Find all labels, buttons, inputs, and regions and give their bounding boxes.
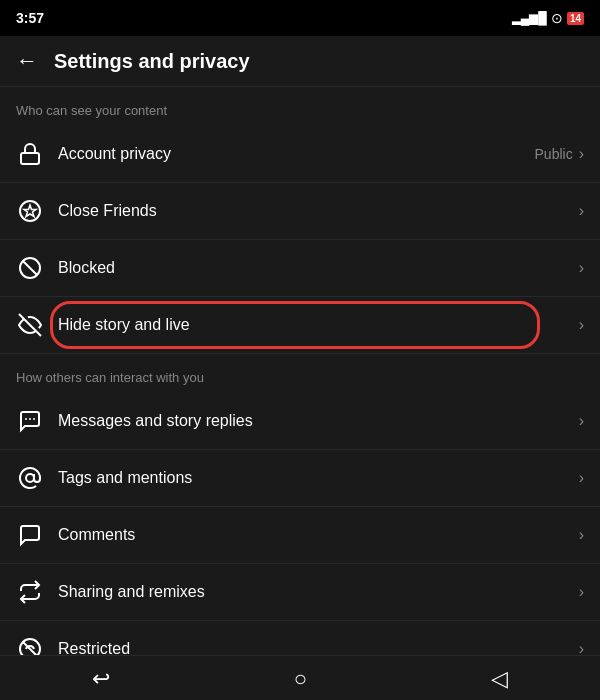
comments-label: Comments (58, 526, 579, 544)
account-privacy-label: Account privacy (58, 145, 535, 163)
menu-item-restricted[interactable]: Restricted › (0, 621, 600, 655)
chevron-icon: › (579, 640, 584, 655)
nav-recents-icon[interactable]: ◁ (491, 666, 508, 692)
chevron-icon: › (579, 202, 584, 220)
signal-icon: ▂▄▆█ (512, 11, 547, 25)
back-button[interactable]: ← (16, 48, 38, 74)
comment-icon (16, 521, 44, 549)
chevron-icon: › (579, 316, 584, 334)
status-icons: ▂▄▆█ ⊙ 14 (512, 10, 584, 26)
screen: ← Settings and privacy Who can see your … (0, 36, 600, 700)
svg-point-6 (25, 418, 27, 420)
svg-marker-2 (24, 205, 36, 217)
sharing-label: Sharing and remixes (58, 583, 579, 601)
share-icon (16, 578, 44, 606)
restricted-label: Restricted (58, 640, 579, 655)
close-friends-label: Close Friends (58, 202, 579, 220)
svg-point-7 (29, 418, 31, 420)
chevron-icon: › (579, 583, 584, 601)
svg-point-8 (33, 418, 35, 420)
menu-item-account-privacy[interactable]: Account privacy Public › (0, 126, 600, 183)
chevron-icon: › (579, 412, 584, 430)
star-icon (16, 197, 44, 225)
menu-item-comments[interactable]: Comments › (0, 507, 600, 564)
nav-back-icon[interactable]: ↩ (92, 666, 110, 692)
svg-rect-0 (21, 153, 39, 164)
menu-item-sharing[interactable]: Sharing and remixes › (0, 564, 600, 621)
header: ← Settings and privacy (0, 36, 600, 87)
bottom-nav: ↩ ○ ◁ (0, 655, 600, 700)
svg-point-9 (26, 474, 34, 482)
status-time: 3:57 (16, 10, 44, 26)
svg-line-11 (23, 642, 37, 655)
menu-item-tags[interactable]: Tags and mentions › (0, 450, 600, 507)
nav-home-icon[interactable]: ○ (294, 666, 307, 692)
chevron-icon: › (579, 145, 584, 163)
menu-item-blocked[interactable]: Blocked › (0, 240, 600, 297)
menu-item-hide-story[interactable]: Hide story and live › (0, 297, 600, 354)
status-bar: 3:57 ▂▄▆█ ⊙ 14 (0, 0, 600, 36)
section-interact-label: How others can interact with you (0, 354, 600, 393)
chevron-icon: › (579, 469, 584, 487)
chevron-icon: › (579, 259, 584, 277)
tags-label: Tags and mentions (58, 469, 579, 487)
menu-item-close-friends[interactable]: Close Friends › (0, 183, 600, 240)
battery-icon: 14 (567, 12, 584, 25)
hide-story-label: Hide story and live (58, 316, 579, 334)
wifi-icon: ⊙ (551, 10, 563, 26)
svg-line-4 (23, 261, 37, 275)
at-icon (16, 464, 44, 492)
account-privacy-value: Public (535, 146, 573, 162)
menu-item-messages[interactable]: Messages and story replies › (0, 393, 600, 450)
section-who-can-see-label: Who can see your content (0, 87, 600, 126)
content: Who can see your content Account privacy… (0, 87, 600, 655)
eye-off-icon (16, 311, 44, 339)
restricted-icon (16, 635, 44, 655)
lock-icon (16, 140, 44, 168)
page-title: Settings and privacy (54, 50, 250, 73)
blocked-icon (16, 254, 44, 282)
chevron-icon: › (579, 526, 584, 544)
blocked-label: Blocked (58, 259, 579, 277)
messages-label: Messages and story replies (58, 412, 579, 430)
message-icon (16, 407, 44, 435)
